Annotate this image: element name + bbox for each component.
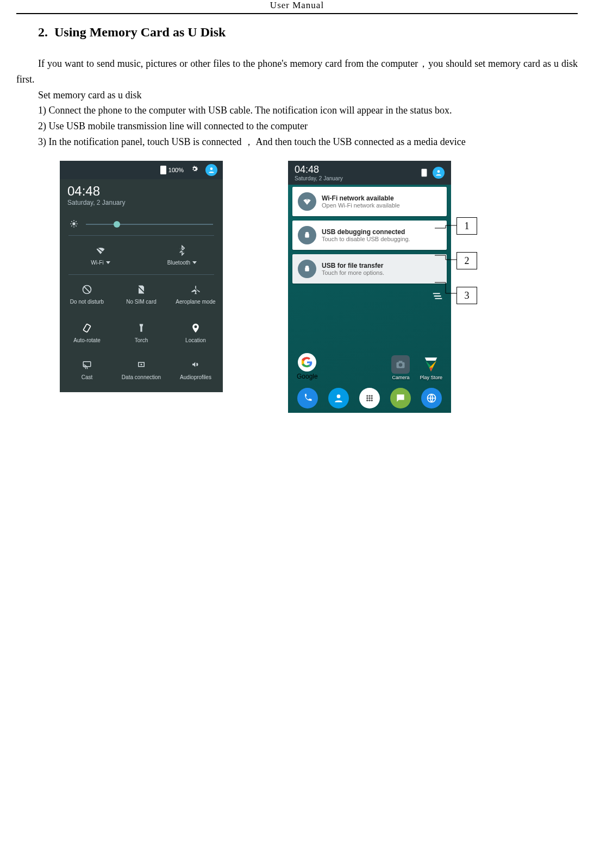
notif-panel-date: Saturday, 2 January bbox=[295, 175, 343, 181]
auto-rotate-icon bbox=[82, 322, 92, 334]
wifi-tile[interactable]: Wi-Fi bbox=[60, 236, 141, 274]
svg-line-13 bbox=[84, 286, 90, 293]
airplane-tile[interactable]: Aeroplane mode bbox=[168, 275, 223, 313]
svg-rect-25 bbox=[305, 267, 309, 272]
brightness-icon bbox=[70, 219, 78, 230]
app-play-store[interactable]: Play Store bbox=[420, 355, 442, 380]
bluetooth-icon bbox=[177, 244, 187, 256]
torch-label: Torch bbox=[135, 337, 148, 343]
dock-apps-icon[interactable] bbox=[359, 388, 380, 408]
battery-percent: 100% bbox=[168, 167, 184, 173]
page-header: User Manual bbox=[16, 0, 578, 14]
rotate-label: Auto-rotate bbox=[73, 337, 100, 343]
svg-line-7 bbox=[76, 225, 76, 226]
screenshot-quick-settings: 100% 04:48 Saturday, 2 January bbox=[60, 161, 223, 392]
torch-icon bbox=[136, 322, 147, 334]
clear-all-button[interactable] bbox=[288, 286, 451, 304]
intro-paragraph: If you want to send music, pictures or o… bbox=[16, 56, 578, 87]
app-camera[interactable]: Camera bbox=[391, 355, 410, 380]
chevron-down-icon bbox=[192, 261, 197, 264]
dnd-tile[interactable]: Do not disturb bbox=[60, 275, 114, 313]
data-label: Data connection bbox=[122, 374, 161, 380]
battery-icon bbox=[422, 169, 427, 177]
svg-point-40 bbox=[371, 399, 372, 401]
notif-wifi-sub: Open Wi-Fi network available bbox=[322, 202, 400, 209]
screenshot-notification-panel: 04:48 Saturday, 2 January ? Wi-Fi networ… bbox=[288, 161, 451, 413]
airplane-label: Aeroplane mode bbox=[176, 299, 215, 305]
data-connection-icon bbox=[136, 360, 146, 371]
torch-tile[interactable]: Torch bbox=[114, 313, 168, 352]
user-avatar-icon[interactable] bbox=[205, 164, 217, 176]
dock-messages-icon[interactable] bbox=[390, 388, 411, 408]
subheading: Set memory card as u disk bbox=[16, 87, 578, 103]
step-1: 1) Connect the phone to the computer wit… bbox=[16, 103, 578, 118]
svg-rect-16 bbox=[83, 324, 91, 332]
wifi-notif-icon: ? bbox=[298, 192, 316, 211]
callout-3: 3 bbox=[457, 287, 477, 304]
svg-line-8 bbox=[71, 225, 72, 226]
location-label: Location bbox=[185, 337, 206, 343]
svg-point-32 bbox=[366, 395, 368, 397]
callout-2: 2 bbox=[457, 252, 477, 269]
app-camera-label: Camera bbox=[392, 375, 409, 380]
sim-tile[interactable]: No SIM card bbox=[114, 275, 168, 313]
svg-rect-17 bbox=[83, 362, 91, 367]
audio-profiles-icon bbox=[191, 360, 201, 371]
sim-icon bbox=[136, 284, 147, 295]
settings-gear-icon[interactable] bbox=[190, 165, 199, 175]
svg-point-31 bbox=[337, 394, 341, 398]
android-notif-icon bbox=[298, 260, 316, 278]
data-tile[interactable]: Data connection bbox=[114, 352, 168, 388]
notif-debug-title: USB debugging connected bbox=[322, 228, 410, 236]
svg-point-37 bbox=[371, 397, 372, 399]
notification-wifi[interactable]: ? Wi-Fi network available Open Wi-Fi net… bbox=[292, 187, 447, 216]
svg-point-1 bbox=[72, 222, 75, 225]
notification-usb-debug[interactable]: USB debugging connected Touch to disable… bbox=[292, 221, 447, 250]
wifi-label: Wi-Fi bbox=[91, 260, 103, 266]
notif-panel-time: 04:48 bbox=[295, 164, 343, 175]
rotate-tile[interactable]: Auto-rotate bbox=[60, 313, 114, 352]
cast-tile[interactable]: Cast bbox=[60, 352, 114, 388]
svg-point-35 bbox=[366, 397, 368, 399]
app-play-label: Play Store bbox=[420, 375, 442, 380]
dock-phone-icon[interactable] bbox=[297, 388, 318, 408]
svg-line-6 bbox=[71, 221, 72, 222]
step-3: 3) In the notification panel, touch USB … bbox=[16, 134, 578, 150]
audio-tile[interactable]: Audioprofiles bbox=[168, 352, 223, 388]
callout-1: 1 bbox=[457, 217, 477, 235]
svg-line-9 bbox=[76, 221, 76, 222]
svg-point-36 bbox=[368, 397, 370, 399]
svg-rect-22 bbox=[305, 234, 309, 238]
cast-icon bbox=[82, 360, 92, 371]
dnd-label: Do not disturb bbox=[70, 299, 104, 305]
step-2: 2) Use USB mobile transmission line will… bbox=[16, 118, 578, 134]
bluetooth-tile[interactable]: Bluetooth bbox=[141, 236, 223, 274]
svg-point-38 bbox=[366, 399, 368, 401]
section-title: 2. Using Memory Card as U Disk bbox=[38, 25, 578, 40]
location-tile[interactable]: Location bbox=[168, 313, 223, 352]
wifi-icon bbox=[95, 244, 106, 256]
chevron-down-icon bbox=[106, 261, 110, 264]
svg-point-0 bbox=[210, 167, 213, 170]
bluetooth-label: Bluetooth bbox=[167, 260, 190, 266]
brightness-slider[interactable] bbox=[86, 224, 213, 225]
svg-point-29 bbox=[399, 363, 403, 367]
sim-label: No SIM card bbox=[126, 299, 157, 305]
battery-icon bbox=[160, 166, 166, 174]
user-avatar-icon[interactable] bbox=[433, 167, 445, 179]
section-heading: Using Memory Card as U Disk bbox=[54, 25, 226, 39]
cast-label: Cast bbox=[82, 374, 93, 380]
dock-browser-icon[interactable] bbox=[421, 388, 442, 408]
battery-indicator: 100% bbox=[160, 166, 184, 174]
notification-usb-transfer[interactable]: USB for file transfer Touch for more opt… bbox=[292, 254, 447, 284]
section-number: 2. bbox=[38, 25, 48, 39]
location-icon bbox=[190, 322, 201, 334]
dock-contacts-icon[interactable] bbox=[328, 388, 349, 408]
svg-point-33 bbox=[368, 395, 370, 397]
svg-point-34 bbox=[371, 395, 372, 397]
brightness-slider-row[interactable] bbox=[60, 214, 223, 235]
airplane-icon bbox=[190, 284, 201, 295]
android-notif-icon bbox=[298, 226, 316, 244]
notif-transfer-sub: Touch for more options. bbox=[322, 269, 384, 276]
do-not-disturb-icon bbox=[82, 284, 92, 295]
